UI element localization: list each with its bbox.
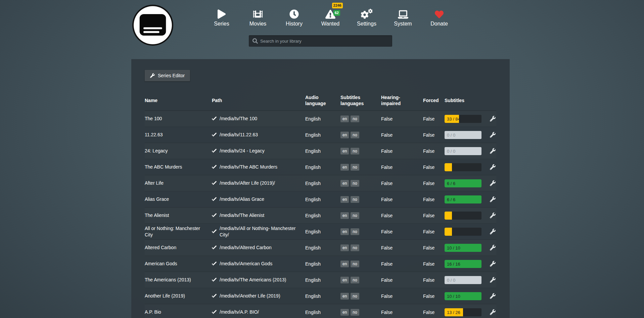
nav-label: History <box>286 21 303 27</box>
series-table-body: The 100 /media/tv/The 100 English enno F… <box>145 111 496 318</box>
audio-language: English <box>305 116 340 122</box>
subtitles-progress-label: 6 / 6 <box>447 181 455 186</box>
series-path-text: /media/tv/Altered Carbon <box>220 244 272 251</box>
language-badge: en <box>340 132 349 138</box>
forced-value: False <box>423 293 445 299</box>
edit-series-wrench-icon[interactable] <box>490 245 496 251</box>
series-table: Name Path Audio language Subtitles langu… <box>145 91 496 318</box>
wanted-movies-badge: 62 <box>333 10 340 16</box>
table-row: Alias Grace /media/tv/Alias Grace Englis… <box>145 191 496 208</box>
subtitles-progress: 16 / 16 <box>445 260 481 268</box>
language-badge: en <box>340 148 349 154</box>
check-icon <box>212 262 217 266</box>
series-path-text: /media/tv/All or Nothing- Manchester Cit… <box>220 225 301 237</box>
series-name: 11.22.63 <box>145 132 212 138</box>
hearing-impaired-value: False <box>381 197 423 202</box>
edit-series-wrench-icon[interactable] <box>490 293 496 299</box>
warning-triangle-icon: 2246 62 <box>325 8 335 19</box>
edit-series-wrench-icon[interactable] <box>490 164 496 170</box>
language-badge: no <box>351 212 359 219</box>
check-icon <box>212 310 217 315</box>
audio-language: English <box>305 181 340 186</box>
table-row: All or Nothing: Manchester City /media/t… <box>145 224 496 240</box>
language-badge: en <box>340 164 349 171</box>
search-input[interactable] <box>249 35 392 47</box>
table-row: The Alienist /media/tv/The Alienist Engl… <box>145 208 496 224</box>
edit-series-wrench-icon[interactable] <box>490 261 496 267</box>
series-name: 24: Legacy <box>145 148 212 154</box>
language-badge: no <box>351 116 359 122</box>
edit-series-wrench-icon[interactable] <box>490 180 496 186</box>
series-path-text: /media/tv/The Americans (2013) <box>220 277 286 283</box>
subtitles-progress-cell <box>445 228 488 236</box>
language-badge: en <box>340 244 349 251</box>
forced-value: False <box>423 181 445 186</box>
nav-item-system[interactable]: System <box>385 8 421 27</box>
subtitles-progress-label: 33 / 84 <box>447 116 460 121</box>
check-icon <box>212 149 217 153</box>
language-badge: en <box>340 277 349 283</box>
edit-series-wrench-icon[interactable] <box>490 148 496 154</box>
forced-value: False <box>423 277 445 283</box>
series-name: American Gods <box>145 261 212 267</box>
series-path: /media/tv/American Gods <box>212 261 305 267</box>
edit-series-wrench-icon[interactable] <box>490 229 496 234</box>
subtitles-progress: 0 / 0 <box>445 276 481 284</box>
hearing-impaired-value: False <box>381 293 423 299</box>
language-badge: no <box>351 180 359 187</box>
series-editor-button[interactable]: Series Editor <box>145 70 190 81</box>
nav-label: Series <box>214 21 229 27</box>
subtitle-languages: enno <box>340 212 381 219</box>
table-row: Altered Carbon /media/tv/Altered Carbon … <box>145 240 496 256</box>
subtitle-languages: enno <box>340 261 381 267</box>
language-badge: no <box>351 196 359 203</box>
nav-item-history[interactable]: History <box>276 8 312 27</box>
language-badge: en <box>340 212 349 219</box>
edit-series-wrench-icon[interactable] <box>490 196 496 202</box>
subtitles-progress-cell: 16 / 16 <box>445 260 488 268</box>
app-logo[interactable] <box>132 4 174 46</box>
nav-item-settings[interactable]: Settings <box>349 8 385 27</box>
series-path: /media/tv/All or Nothing- Manchester Cit… <box>212 225 305 237</box>
series-name: Altered Carbon <box>145 244 212 251</box>
hearing-impaired-value: False <box>381 181 423 186</box>
edit-series-wrench-icon[interactable] <box>490 132 496 138</box>
row-actions <box>488 229 496 234</box>
row-actions <box>488 213 496 218</box>
series-name: Another Life (2019) <box>145 293 212 299</box>
nav-item-donate[interactable]: Donate <box>421 8 457 27</box>
check-icon <box>212 278 217 282</box>
subtitle-languages: enno <box>340 164 381 171</box>
wrench-icon <box>150 73 155 78</box>
series-path: /media/tv/Another Life (2019) <box>212 293 305 299</box>
edit-series-wrench-icon[interactable] <box>490 277 496 283</box>
language-badge: no <box>351 228 359 235</box>
series-path: /media/tv/Alias Grace <box>212 196 305 202</box>
hearing-impaired-value: False <box>381 277 423 283</box>
hearing-impaired-value: False <box>381 245 423 251</box>
edit-series-wrench-icon[interactable] <box>490 116 496 122</box>
table-row: Another Life (2019) /media/tv/Another Li… <box>145 288 496 304</box>
hearing-impaired-value: False <box>381 148 423 154</box>
nav-item-movies[interactable]: Movies <box>240 8 276 27</box>
subtitles-progress-label: 10 / 10 <box>447 293 460 299</box>
forced-value: False <box>423 229 445 234</box>
series-editor-label: Series Editor <box>158 73 185 78</box>
audio-language: English <box>305 277 340 283</box>
table-row: A.P. Bio /media/tv/A.P. BIO/ English enn… <box>145 304 496 318</box>
nav-label: Donate <box>430 21 448 27</box>
row-actions <box>488 261 496 267</box>
edit-series-wrench-icon[interactable] <box>490 309 496 315</box>
language-badge: no <box>351 261 359 267</box>
subtitles-progress-cell: 6 / 6 <box>445 179 488 187</box>
check-icon <box>212 245 217 250</box>
nav-item-series[interactable]: Series <box>203 8 240 27</box>
nav-item-wanted[interactable]: 2246 62 Wanted <box>312 8 349 27</box>
edit-series-wrench-icon[interactable] <box>490 213 496 218</box>
language-badge: en <box>340 228 349 235</box>
language-badge: en <box>340 116 349 122</box>
subtitles-progress-cell: 0 / 0 <box>445 131 488 139</box>
subtitles-progress-cell: 33 / 84 <box>445 115 488 123</box>
wanted-episodes-badge: 2246 <box>332 3 343 8</box>
subtitles-progress: 10 / 10 <box>445 292 481 300</box>
